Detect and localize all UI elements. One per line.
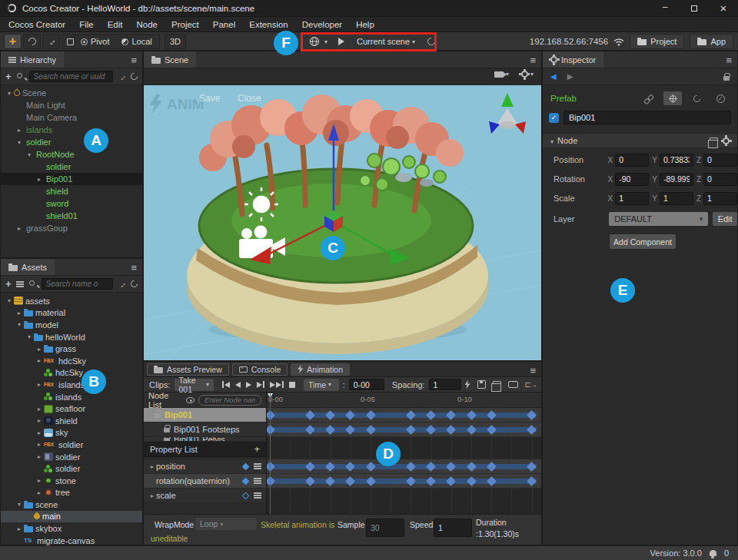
preview-scene-select[interactable]: Current scene — [352, 34, 420, 49]
asset-hdcsky[interactable]: FBXhdcSky — [1, 355, 142, 367]
maximize-button[interactable] — [680, 0, 709, 17]
tree-arrow-icon[interactable] — [35, 477, 44, 484]
hierarchy-menu-icon[interactable] — [131, 51, 137, 68]
tree-arrow-icon[interactable] — [5, 297, 14, 304]
time-input[interactable] — [349, 379, 384, 390]
hier-soldier[interactable]: soldier — [1, 136, 142, 148]
history-forward-icon[interactable]: ▶ — [567, 72, 573, 81]
asset-islands[interactable]: islands — [1, 391, 142, 403]
position-y-input[interactable] — [660, 154, 693, 167]
menu-file[interactable]: File — [72, 20, 101, 29]
layer-select[interactable]: DEFAULT — [609, 212, 708, 226]
anim-node-bip001-footsteps[interactable]: Bip001 Footsteps — [144, 422, 266, 437]
history-back-icon[interactable]: ◀ — [550, 72, 557, 81]
sample-input[interactable] — [366, 519, 404, 537]
tab-assets[interactable]: Assets — [1, 259, 55, 275]
asset-sky[interactable]: sky — [1, 427, 142, 439]
stop-button[interactable] — [289, 382, 295, 388]
tab-scene[interactable]: Scene — [144, 51, 196, 68]
preview-play-button[interactable] — [335, 34, 347, 49]
shortcut-icon[interactable] — [508, 381, 518, 388]
menu-developer[interactable]: Developer — [295, 20, 349, 29]
node-name-input[interactable] — [563, 111, 731, 124]
asset-soldier[interactable]: FBXsoldier — [1, 439, 142, 451]
hier-main-camera[interactable]: Main Camera — [1, 111, 142, 124]
rotation-y-input[interactable] — [660, 173, 693, 186]
anim-property-rotation-quaternion-[interactable]: rotation(quaternion) — [144, 474, 266, 489]
animation-timeline[interactable]: 0-000-050-10 — [266, 393, 541, 514]
docs-icon[interactable] — [710, 138, 718, 144]
copy-icon[interactable] — [493, 381, 501, 388]
tree-arrow-icon[interactable] — [35, 453, 44, 460]
tree-arrow-icon[interactable] — [25, 151, 34, 158]
rotation-x-input[interactable] — [615, 173, 649, 186]
tree-arrow-icon[interactable] — [35, 429, 44, 436]
wrapmode-select[interactable]: Loop — [195, 518, 257, 530]
hier-scene[interactable]: Scene — [1, 87, 142, 99]
anim-node-bip001[interactable]: Bip001 — [144, 408, 266, 422]
position-z-input[interactable] — [703, 154, 737, 167]
flash-icon[interactable] — [465, 380, 470, 389]
hier-grassgoup[interactable]: grassGoup — [1, 222, 142, 234]
close-button[interactable] — [709, 0, 738, 17]
tree-arrow-icon[interactable] — [15, 225, 24, 232]
asset-soldier[interactable]: soldier — [1, 462, 142, 475]
pivot-button[interactable]: Pivot — [75, 35, 115, 48]
asset-soldier[interactable]: soldier — [1, 451, 142, 463]
3d-mode-button[interactable]: 3D — [165, 34, 186, 49]
node-name-search-input[interactable] — [198, 395, 261, 406]
preview-refresh-button[interactable] — [424, 34, 438, 49]
tab-hierarchy[interactable]: Hierarchy — [1, 51, 64, 68]
inspector-menu-icon[interactable] — [726, 51, 732, 68]
scale-z-input[interactable] — [703, 192, 737, 205]
tree-arrow-icon[interactable] — [15, 310, 24, 316]
search-type-icon[interactable] — [28, 280, 37, 288]
keyframe-state-icon[interactable] — [242, 492, 250, 499]
asset-shield[interactable]: shield — [1, 415, 142, 427]
tree-arrow-icon[interactable] — [15, 139, 24, 146]
search-type-icon[interactable] — [16, 72, 25, 81]
asset-stone[interactable]: stone — [1, 475, 142, 487]
list-menu-icon[interactable] — [254, 478, 261, 484]
view-settings-dropdown[interactable] — [521, 71, 534, 78]
reset-prefab-button[interactable] — [687, 91, 706, 105]
move-tool-button[interactable] — [4, 34, 22, 49]
menu-extension[interactable]: Extension — [242, 20, 295, 29]
open-project-button[interactable]: Project — [630, 34, 684, 49]
tree-arrow-icon[interactable] — [25, 333, 34, 340]
save-icon[interactable] — [477, 380, 486, 389]
clip-select[interactable]: Take 001 — [175, 379, 214, 391]
menu-cocos-creator[interactable]: Cocos Creator — [2, 20, 72, 29]
asset-model[interactable]: model — [1, 319, 142, 331]
assets-search-input[interactable] — [42, 278, 113, 290]
tree-arrow-icon[interactable] — [15, 501, 24, 508]
scale-y-input[interactable] — [660, 192, 693, 205]
asset-skybox[interactable]: skybox — [1, 522, 142, 535]
tree-arrow-icon[interactable] — [35, 406, 44, 413]
animation-menu-icon[interactable] — [530, 362, 536, 379]
tab-assets-preview[interactable]: Assets Preview — [147, 363, 229, 376]
preview-target-button[interactable] — [306, 34, 331, 49]
assets-menu-icon[interactable] — [131, 259, 137, 276]
hier-rootnode[interactable]: RootNode — [1, 148, 142, 161]
hierarchy-search-input[interactable] — [29, 71, 113, 82]
tree-arrow-icon[interactable] — [148, 492, 156, 499]
tree-arrow-icon[interactable] — [5, 90, 14, 97]
node-active-checkbox[interactable] — [549, 113, 559, 123]
menu-panel[interactable]: Panel — [206, 20, 242, 29]
anim-close-button[interactable]: Close — [238, 93, 261, 104]
add-component-button[interactable]: Add Component — [610, 234, 676, 249]
tree-arrow-icon[interactable] — [35, 441, 44, 448]
tree-arrow-icon[interactable] — [35, 489, 44, 496]
hier-shield01[interactable]: shield01 — [1, 210, 142, 222]
hier-soldier[interactable]: soldier — [1, 161, 142, 173]
local-button[interactable]: Local — [115, 35, 158, 48]
asset-assets[interactable]: assets — [1, 295, 142, 307]
menu-project[interactable]: Project — [165, 20, 206, 29]
refresh-icon[interactable] — [129, 279, 139, 289]
step-back-button[interactable] — [235, 382, 241, 388]
scene-menu-icon[interactable] — [530, 51, 536, 68]
asset-grass[interactable]: grass — [1, 343, 142, 355]
node-component-header[interactable]: Node — [543, 133, 737, 148]
asset-hdcsky[interactable]: hdcSky — [1, 367, 142, 379]
